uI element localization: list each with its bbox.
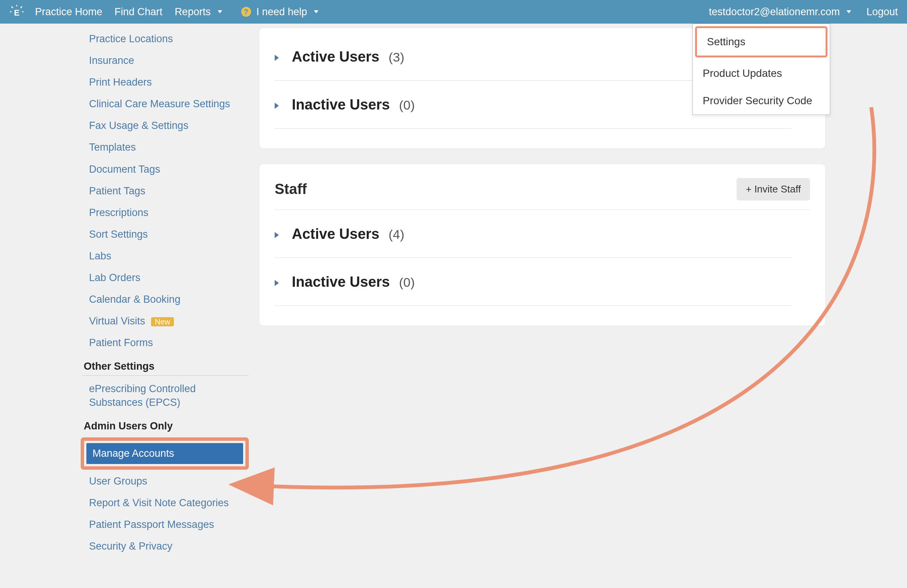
logout-link[interactable]: Logout bbox=[866, 6, 898, 18]
sidebar-item[interactable]: Clinical Care Measure Settings bbox=[82, 93, 249, 115]
sidebar-admin-item[interactable]: Patient Passport Messages bbox=[82, 514, 249, 535]
sidebar-admin-item[interactable]: User Groups bbox=[82, 471, 249, 492]
invite-staff-button[interactable]: + Invite Staff bbox=[737, 178, 810, 200]
staff-inactive-label: Inactive Users bbox=[292, 274, 390, 290]
sidebar-virtual-visits[interactable]: Virtual Visits New bbox=[82, 310, 249, 332]
sidebar-item[interactable]: Document Tags bbox=[82, 159, 249, 180]
sidebar-item[interactable]: Lab Orders bbox=[82, 267, 249, 289]
sidebar-item[interactable]: Labs bbox=[82, 245, 249, 267]
caret-right-icon bbox=[275, 103, 279, 109]
nav-reports-label: Reports bbox=[175, 6, 211, 18]
user-email-menu[interactable]: testdoctor2@elationemr.com bbox=[709, 6, 851, 18]
caret-right-icon bbox=[275, 280, 279, 286]
sidebar-virtual-visits-label: Virtual Visits bbox=[89, 315, 145, 327]
sidebar-epcs[interactable]: ePrescribing Controlled Substances (EPCS… bbox=[82, 378, 249, 413]
sidebar-item[interactable]: Fax Usage & Settings bbox=[82, 115, 249, 136]
sidebar-admin-item[interactable]: Report & Visit Note Categories bbox=[82, 492, 249, 514]
sidebar-item[interactable]: Print Headers bbox=[82, 72, 249, 93]
sidebar-item[interactable]: Calendar & Booking bbox=[82, 289, 249, 310]
sidebar-heading-admin: Admin Users Only bbox=[82, 413, 249, 435]
active-users-label: Active Users bbox=[292, 49, 379, 65]
svg-line-2 bbox=[11, 6, 13, 8]
staff-active-label: Active Users bbox=[292, 226, 379, 242]
row-staff-inactive[interactable]: Inactive Users (0) bbox=[260, 258, 825, 305]
highlight-manage-accounts: Manage Accounts bbox=[81, 437, 249, 470]
inactive-users-count: (0) bbox=[399, 98, 415, 112]
user-email: testdoctor2@elationemr.com bbox=[709, 6, 840, 18]
nav-help-label: I need help bbox=[256, 6, 308, 18]
inactive-users-label: Inactive Users bbox=[292, 97, 390, 113]
active-users-count: (3) bbox=[388, 50, 404, 65]
svg-text:E: E bbox=[14, 8, 20, 18]
dropdown-settings[interactable]: Settings bbox=[695, 26, 827, 58]
sidebar-item[interactable]: Practice Locations bbox=[82, 28, 249, 50]
chevron-down-icon bbox=[218, 10, 222, 13]
sidebar-item[interactable]: Prescriptions bbox=[82, 202, 249, 224]
sidebar-item[interactable]: Patient Tags bbox=[82, 180, 249, 202]
caret-right-icon bbox=[275, 232, 279, 238]
nav-find-chart[interactable]: Find Chart bbox=[114, 6, 162, 18]
sidebar-admin-item[interactable]: Security & Privacy bbox=[82, 535, 249, 557]
logo-icon: E bbox=[10, 5, 24, 19]
chevron-down-icon bbox=[314, 10, 319, 13]
sidebar-manage-accounts[interactable]: Manage Accounts bbox=[87, 443, 243, 464]
nav-reports[interactable]: Reports bbox=[175, 6, 222, 18]
nav-help[interactable]: ? I need help bbox=[241, 6, 319, 18]
app-logo[interactable]: E bbox=[9, 4, 24, 19]
sidebar-heading-other: Other Settings bbox=[82, 354, 249, 376]
dropdown-product-updates[interactable]: Product Updates bbox=[693, 60, 830, 87]
staff-inactive-count: (0) bbox=[399, 275, 415, 290]
sidebar-patient-forms[interactable]: Patient Forms bbox=[82, 332, 249, 354]
staff-title: Staff bbox=[275, 181, 307, 197]
nav-practice-home[interactable]: Practice Home bbox=[35, 6, 103, 18]
sidebar-item[interactable]: Insurance bbox=[82, 50, 249, 72]
settings-sidebar: Practice LocationsInsurancePrint Headers… bbox=[0, 28, 251, 557]
sidebar-item[interactable]: Sort Settings bbox=[82, 224, 249, 245]
caret-right-icon bbox=[275, 55, 279, 61]
topbar: E Practice Home Find Chart Reports ? I n… bbox=[0, 0, 907, 24]
svg-line-1 bbox=[21, 6, 22, 8]
card-staff: Staff + Invite Staff Active Users (4) In… bbox=[260, 164, 825, 325]
dropdown-provider-security[interactable]: Provider Security Code bbox=[693, 87, 830, 114]
row-staff-active[interactable]: Active Users (4) bbox=[260, 210, 825, 258]
chevron-down-icon bbox=[846, 10, 851, 13]
new-badge: New bbox=[151, 317, 174, 326]
sidebar-item[interactable]: Templates bbox=[82, 136, 249, 158]
user-dropdown: Settings Product Updates Provider Securi… bbox=[692, 24, 830, 115]
help-icon: ? bbox=[241, 7, 251, 17]
staff-active-count: (4) bbox=[388, 227, 404, 242]
